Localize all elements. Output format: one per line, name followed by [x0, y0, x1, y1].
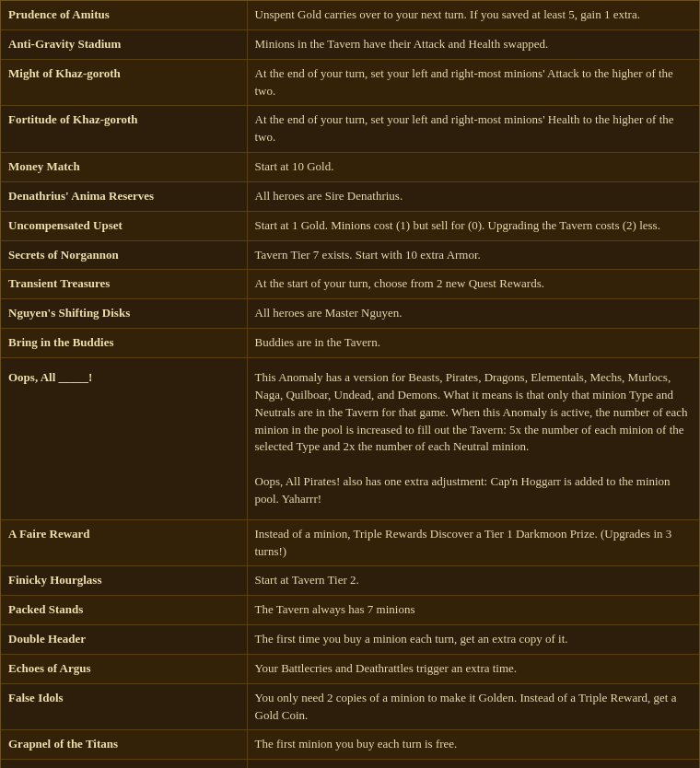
row-description-17: You only need 2 copies of a minion to ma… [247, 683, 699, 730]
row-description-12: Instead of a minion, Triple Rewards Disc… [247, 519, 699, 566]
row-description-11: This Anomaly has a version for Beasts, P… [247, 357, 699, 519]
row-description-10: Buddies are in the Tavern. [247, 329, 699, 358]
row-name-14: Packed Stands [1, 596, 247, 625]
row-name-16: Echoes of Argus [1, 654, 247, 683]
row-description-13: Start at Tavern Tier 2. [247, 566, 699, 596]
row-description-1: Minions in the Tavern have their Attack … [247, 29, 699, 59]
row-description-3: At the end of your turn, set your left a… [247, 106, 699, 153]
row-name-12: A Faire Reward [1, 519, 247, 566]
anomalies-table: Prudence of AmitusUnspent Gold carries o… [0, 0, 700, 768]
row-name-0: Prudence of Amitus [1, 1, 247, 29]
row-name-17: False Idols [1, 683, 247, 730]
row-description-15: The first time you buy a minion each tur… [247, 625, 699, 655]
row-description-14: The Tavern always has 7 minions [247, 596, 699, 625]
row-description-0: Unspent Gold carries over to your next t… [247, 1, 699, 29]
row-name-13: Finicky Hourglass [1, 566, 247, 596]
row-description-7: Tavern Tier 7 exists. Start with 10 extr… [247, 240, 699, 270]
row-name-2: Might of Khaz-goroth [1, 59, 247, 106]
row-name-10: Bring in the Buddies [1, 329, 247, 358]
row-description-4: Start at 10 Gold. [247, 153, 699, 182]
row-description-5: All heroes are Sire Denathrius. [247, 181, 699, 211]
row-name-1: Anti-Gravity Stadium [1, 29, 247, 59]
row-name-5: Denathrius' Anima Reserves [1, 181, 247, 211]
row-name-4: Money Match [1, 153, 247, 182]
row-description-2: At the end of your turn, set your left a… [247, 59, 699, 106]
row-description-19: ALL minions are Golden, but you do not g… [247, 760, 699, 768]
row-name-7: Secrets of Norgannon [1, 240, 247, 270]
row-description-6: Start at 1 Gold. Minions cost (1) but se… [247, 211, 699, 240]
row-description-16: Your Battlecries and Deathrattles trigge… [247, 654, 699, 683]
row-description-9: All heroes are Master Nguyen. [247, 299, 699, 329]
row-name-9: Nguyen's Shifting Disks [1, 299, 247, 329]
row-name-11: Oops, All _____! [1, 357, 247, 519]
row-description-8: At the start of your turn, choose from 2… [247, 270, 699, 299]
row-name-3: Fortitude of Khaz-goroth [1, 106, 247, 153]
row-name-19: The Golden Arena [1, 760, 247, 768]
row-name-6: Uncompensated Upset [1, 211, 247, 240]
row-name-8: Transient Treasures [1, 270, 247, 299]
row-name-15: Double Header [1, 625, 247, 655]
row-description-18: The first minion you buy each turn is fr… [247, 730, 699, 760]
row-name-18: Grapnel of the Titans [1, 730, 247, 760]
